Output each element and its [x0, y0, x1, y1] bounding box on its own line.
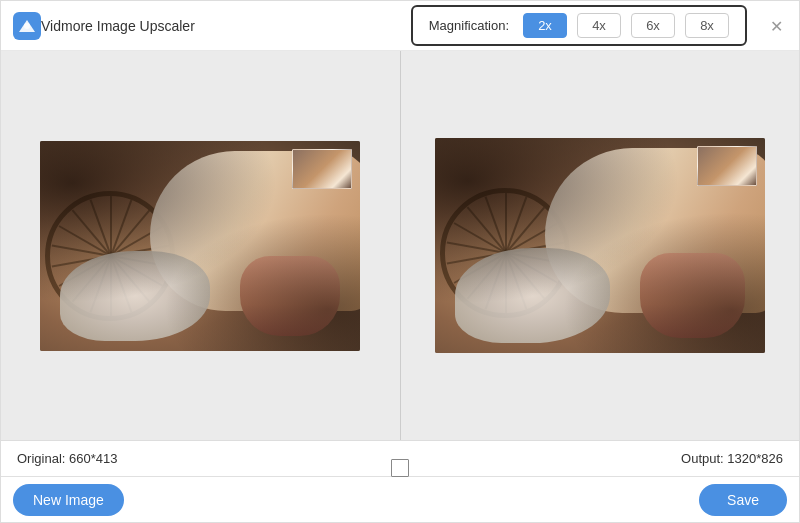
output-dimensions: Output: 1320*826 — [410, 451, 783, 466]
title-bar: Vidmore Image Upscaler Magnification: 2x… — [1, 1, 799, 51]
compare-icon — [391, 459, 409, 477]
thumbnail-preview-right — [697, 146, 757, 186]
svg-point-1 — [24, 23, 30, 29]
original-image — [40, 141, 360, 351]
magnification-controls: Magnification: 2x 4x 6x 8x — [411, 5, 747, 46]
mag-6x-button[interactable]: 6x — [631, 13, 675, 38]
content-area — [1, 51, 799, 440]
thumbnail-preview — [292, 149, 352, 189]
app-logo-icon — [13, 12, 41, 40]
original-image-panel — [1, 51, 401, 440]
original-dimensions: Original: 660*413 — [17, 451, 390, 466]
mag-4x-button[interactable]: 4x — [577, 13, 621, 38]
close-button[interactable]: ✕ — [765, 15, 787, 37]
magnification-label: Magnification: — [429, 18, 509, 33]
app-window: Vidmore Image Upscaler Magnification: 2x… — [0, 0, 800, 523]
mag-8x-button[interactable]: 8x — [685, 13, 729, 38]
app-title: Vidmore Image Upscaler — [41, 18, 411, 34]
mag-2x-button[interactable]: 2x — [523, 13, 567, 38]
save-button[interactable]: Save — [699, 484, 787, 516]
bottom-bar: New Image Save — [1, 476, 799, 522]
status-bar: Original: 660*413 Output: 1320*826 — [1, 440, 799, 476]
new-image-button[interactable]: New Image — [13, 484, 124, 516]
upscaled-image — [435, 138, 765, 353]
upscaled-image-panel — [401, 51, 800, 440]
